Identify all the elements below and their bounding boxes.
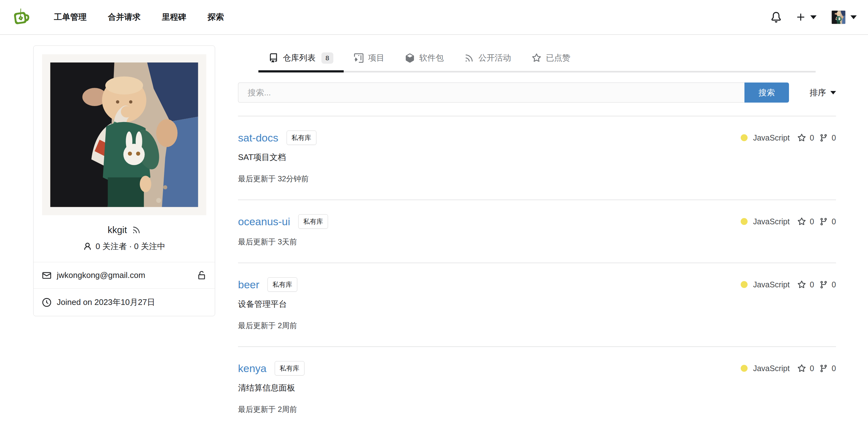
star-count[interactable]: 0 [798, 280, 814, 289]
tab-starred[interactable]: 已点赞 [522, 46, 581, 72]
repo-visibility-badge: 私有库 [287, 130, 316, 145]
followers-text: 0 关注者 · 0 关注中 [96, 241, 165, 252]
repo-description: SAT项目文档 [238, 152, 836, 162]
language-label: JavaScript [753, 364, 789, 373]
profile-card: kkgit 0 关注者 · 0 关注中 jwkongkong@gmail.com… [33, 46, 215, 316]
tab-packages[interactable]: 软件包 [395, 46, 454, 72]
repo-updated-text: 最后更新于 32分钟前 [238, 174, 836, 183]
repo-count-badge: 8 [321, 52, 333, 64]
joined-text: Joined on 2023年10月27日 [57, 297, 155, 308]
repository-list: sat-docs 私有库 JavaScript 0 0 SAT项目文档 最后更新… [238, 116, 836, 421]
email-text[interactable]: jwkongkong@gmail.com [57, 270, 145, 280]
repo-updated-text: 最后更新于 2周前 [238, 321, 836, 330]
star-icon [798, 217, 806, 226]
star-icon [798, 364, 806, 373]
star-count[interactable]: 0 [798, 133, 814, 143]
fork-count[interactable]: 0 [819, 364, 836, 373]
git-branch-icon [819, 364, 828, 373]
repo-list-item: oceanus-ui 私有库 JavaScript 0 0 最后更新于 3天前 [238, 200, 836, 263]
followers-row[interactable]: 0 关注者 · 0 关注中 [34, 241, 215, 252]
profile-sidebar: kkgit 0 关注者 · 0 关注中 jwkongkong@gmail.com… [33, 46, 215, 421]
email-row: jwkongkong@gmail.com [34, 262, 215, 288]
repo-meta: JavaScript 0 0 [741, 217, 836, 226]
search-input[interactable] [238, 83, 744, 102]
repo-updated-text: 最后更新于 2周前 [238, 405, 836, 414]
repo-meta: JavaScript 0 0 [741, 364, 836, 373]
navbar-avatar [831, 10, 846, 25]
user-menu-dropdown[interactable] [831, 10, 857, 25]
language-color-dot [741, 134, 748, 141]
repo-description: 设备管理平台 [238, 299, 836, 309]
repo-description: 清结算信息面板 [238, 383, 836, 393]
repo-list-item: beer 私有库 JavaScript 0 0 设备管理平台 最后更新于 2周前 [238, 263, 836, 347]
star-icon [798, 280, 806, 289]
profile-username: kkgit [107, 224, 127, 235]
repo-visibility-badge: 私有库 [275, 361, 305, 375]
main-content: 仓库列表 8 项目 软件包 公开活动 已点赞 搜索 [238, 46, 836, 421]
top-navbar: 工单管理 合并请求 里程碑 探索 [0, 0, 868, 35]
repo-name-link[interactable]: sat-docs [238, 130, 278, 145]
page-body: kkgit 0 关注者 · 0 关注中 jwkongkong@gmail.com… [0, 35, 868, 421]
repo-meta: JavaScript 0 0 [741, 133, 836, 143]
rss-feed-icon[interactable] [132, 225, 141, 234]
fork-count[interactable]: 0 [819, 280, 836, 289]
repo-meta: JavaScript 0 0 [741, 280, 836, 289]
language-label: JavaScript [753, 133, 789, 143]
fork-count[interactable]: 0 [819, 217, 836, 226]
profile-avatar[interactable] [34, 46, 215, 218]
main-nav: 工单管理 合并请求 里程碑 探索 [33, 11, 224, 23]
language-color-dot [741, 365, 748, 372]
chevron-down-icon [830, 91, 836, 94]
person-icon [83, 242, 92, 251]
tab-projects[interactable]: 项目 [344, 46, 395, 72]
repo-name-link[interactable]: oceanus-ui [238, 214, 290, 229]
notifications-bell-icon[interactable] [771, 12, 781, 23]
git-branch-icon [819, 133, 828, 142]
star-icon [798, 133, 806, 142]
repo-name-link[interactable]: kenya [238, 361, 267, 376]
nav-item-explore[interactable]: 探索 [208, 11, 224, 23]
nav-item-milestones[interactable]: 里程碑 [162, 11, 186, 23]
repo-visibility-badge: 私有库 [298, 214, 328, 229]
unlock-icon[interactable] [197, 271, 206, 280]
navbar-right [771, 10, 857, 25]
repo-icon [269, 53, 278, 63]
plus-icon [796, 12, 806, 22]
repo-list-item: sat-docs 私有库 JavaScript 0 0 SAT项目文档 最后更新… [238, 116, 836, 200]
git-branch-icon [819, 280, 828, 289]
tab-public-activity[interactable]: 公开活动 [454, 46, 522, 72]
git-branch-icon [819, 217, 828, 226]
clock-icon [42, 298, 51, 307]
language-label: JavaScript [753, 280, 789, 289]
profile-tabs: 仓库列表 8 项目 软件包 公开活动 已点赞 [258, 46, 816, 72]
project-icon [354, 53, 364, 63]
repo-list-item: kenya 私有库 JavaScript 0 0 清结算信息面板 最后更新于 2… [238, 347, 836, 421]
repo-search-row: 搜索 排序 [238, 83, 836, 102]
search-button[interactable]: 搜索 [744, 83, 789, 102]
language-color-dot [741, 281, 748, 288]
tab-repositories[interactable]: 仓库列表 8 [258, 46, 344, 72]
nav-item-pull-requests[interactable]: 合并请求 [108, 11, 141, 23]
gitea-logo[interactable] [11, 7, 31, 27]
joined-row: Joined on 2023年10月27日 [34, 288, 215, 316]
repo-name-link[interactable]: beer [238, 277, 259, 292]
star-count[interactable]: 0 [798, 217, 814, 226]
repo-updated-text: 最后更新于 3天前 [238, 237, 836, 247]
rss-icon [464, 53, 474, 63]
star-count[interactable]: 0 [798, 364, 814, 373]
repo-visibility-badge: 私有库 [268, 277, 297, 292]
chevron-down-icon [810, 16, 816, 19]
fork-count[interactable]: 0 [819, 133, 836, 143]
language-label: JavaScript [753, 217, 789, 226]
mail-icon [42, 271, 51, 280]
star-icon [532, 53, 541, 63]
sort-dropdown[interactable]: 排序 [810, 83, 836, 102]
nav-item-issues[interactable]: 工单管理 [54, 11, 87, 23]
chevron-down-icon [850, 16, 857, 19]
language-color-dot [741, 218, 748, 225]
package-icon [405, 53, 414, 63]
create-new-dropdown[interactable] [796, 12, 816, 22]
